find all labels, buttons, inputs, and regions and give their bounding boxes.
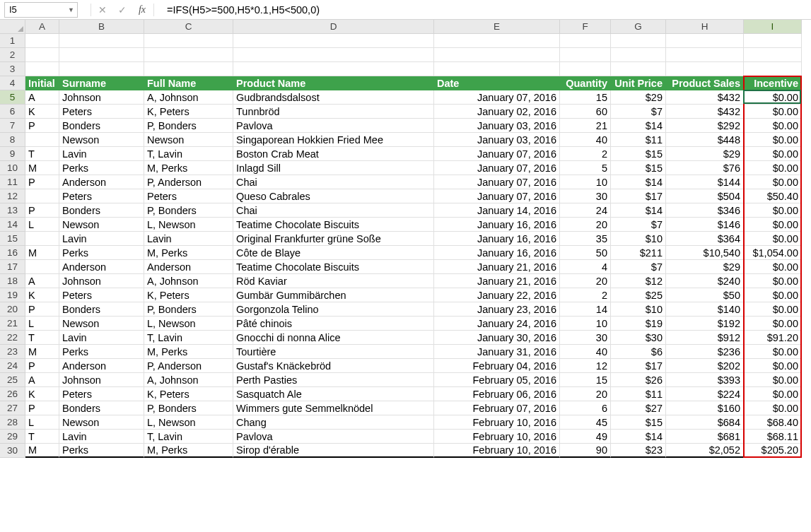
cell-I8[interactable]: $0.00: [744, 133, 802, 147]
cell-F19[interactable]: 2: [560, 288, 611, 302]
cell-E8[interactable]: January 03, 2016: [434, 133, 560, 147]
cell-G13[interactable]: $14: [611, 203, 666, 218]
row-header-5[interactable]: 5: [0, 90, 25, 105]
cell-D5[interactable]: Gudbrandsdalsost: [233, 90, 434, 105]
cell-F11[interactable]: 10: [560, 175, 611, 189]
cell-D29[interactable]: Pavlova: [233, 430, 434, 444]
cell-D15[interactable]: Original Frankfurter grüne Soße: [233, 232, 434, 246]
row-header-17[interactable]: 17: [0, 260, 25, 274]
cell-F28[interactable]: 45: [560, 415, 611, 430]
cell-C2[interactable]: [144, 48, 233, 62]
column-header-F[interactable]: F: [560, 20, 611, 34]
cell-H17[interactable]: $29: [666, 260, 744, 274]
cell-C7[interactable]: P, Bonders: [144, 119, 233, 133]
cell-G24[interactable]: $17: [611, 359, 666, 373]
spreadsheet-grid[interactable]: ABCDEFGHI1234InitialSurnameFull NameProd…: [0, 20, 811, 458]
row-header-7[interactable]: 7: [0, 119, 25, 133]
row-header-15[interactable]: 15: [0, 232, 25, 246]
cell-D14[interactable]: Teatime Chocolate Biscuits: [233, 218, 434, 232]
cell-G25[interactable]: $26: [611, 373, 666, 387]
cell-I12[interactable]: $50.40: [744, 189, 802, 203]
row-header-1[interactable]: 1: [0, 34, 25, 48]
cell-G14[interactable]: $7: [611, 218, 666, 232]
cell-D27[interactable]: Wimmers gute Semmelknödel: [233, 401, 434, 415]
row-header-26[interactable]: 26: [0, 387, 25, 401]
cell-A7[interactable]: P: [25, 119, 59, 133]
cell-B17[interactable]: Anderson: [59, 260, 144, 274]
cell-H14[interactable]: $146: [666, 218, 744, 232]
cell-B21[interactable]: Newson: [59, 317, 144, 331]
cell-H15[interactable]: $364: [666, 232, 744, 246]
cell-E5[interactable]: January 07, 2016: [434, 90, 560, 105]
cell-B13[interactable]: Bonders: [59, 203, 144, 218]
cell-D13[interactable]: Chai: [233, 203, 434, 218]
cell-D11[interactable]: Chai: [233, 175, 434, 189]
cell-B29[interactable]: Lavin: [59, 430, 144, 444]
cell-C22[interactable]: T, Lavin: [144, 331, 233, 345]
cell-H11[interactable]: $144: [666, 175, 744, 189]
cell-A22[interactable]: T: [25, 331, 59, 345]
row-header-10[interactable]: 10: [0, 161, 25, 175]
cell-H19[interactable]: $50: [666, 288, 744, 302]
row-header-12[interactable]: 12: [0, 189, 25, 203]
cell-G3[interactable]: [611, 62, 666, 76]
cell-G10[interactable]: $15: [611, 161, 666, 175]
cell-A17[interactable]: [25, 260, 59, 274]
row-header-9[interactable]: 9: [0, 147, 25, 161]
cell-F7[interactable]: 21: [560, 119, 611, 133]
cell-G22[interactable]: $30: [611, 331, 666, 345]
cell-B27[interactable]: Bonders: [59, 401, 144, 415]
cell-D23[interactable]: Tourtière: [233, 345, 434, 359]
column-header-C[interactable]: C: [144, 20, 233, 34]
cell-B14[interactable]: Newson: [59, 218, 144, 232]
row-header-21[interactable]: 21: [0, 317, 25, 331]
cell-I13[interactable]: $0.00: [744, 203, 802, 218]
cell-B22[interactable]: Lavin: [59, 331, 144, 345]
cell-I18[interactable]: $0.00: [744, 274, 802, 288]
cell-G9[interactable]: $15: [611, 147, 666, 161]
cell-G28[interactable]: $15: [611, 415, 666, 430]
cell-C25[interactable]: A, Johnson: [144, 373, 233, 387]
cell-C1[interactable]: [144, 34, 233, 48]
header-cell-F[interactable]: Quantity: [560, 76, 611, 90]
cell-H5[interactable]: $432: [666, 90, 744, 105]
cell-B15[interactable]: Lavin: [59, 232, 144, 246]
header-cell-D[interactable]: Product Name: [233, 76, 434, 90]
cell-D20[interactable]: Gorgonzola Telino: [233, 302, 434, 317]
cell-I5[interactable]: $0.00: [744, 90, 802, 105]
cell-E17[interactable]: January 21, 2016: [434, 260, 560, 274]
cell-D2[interactable]: [233, 48, 434, 62]
cell-C9[interactable]: T, Lavin: [144, 147, 233, 161]
cell-B25[interactable]: Johnson: [59, 373, 144, 387]
cell-F25[interactable]: 15: [560, 373, 611, 387]
cell-E30[interactable]: February 10, 2016: [434, 444, 560, 458]
cell-E3[interactable]: [434, 62, 560, 76]
row-header-19[interactable]: 19: [0, 288, 25, 302]
cell-B9[interactable]: Lavin: [59, 147, 144, 161]
cell-I11[interactable]: $0.00: [744, 175, 802, 189]
cell-E10[interactable]: January 07, 2016: [434, 161, 560, 175]
cell-C5[interactable]: A, Johnson: [144, 90, 233, 105]
cell-G23[interactable]: $6: [611, 345, 666, 359]
cell-I19[interactable]: $0.00: [744, 288, 802, 302]
cell-A15[interactable]: [25, 232, 59, 246]
cell-F2[interactable]: [560, 48, 611, 62]
cell-C23[interactable]: M, Perks: [144, 345, 233, 359]
cell-C16[interactable]: M, Perks: [144, 246, 233, 260]
row-header-8[interactable]: 8: [0, 133, 25, 147]
row-header-11[interactable]: 11: [0, 175, 25, 189]
header-cell-I[interactable]: Incentive: [744, 76, 802, 90]
row-header-6[interactable]: 6: [0, 105, 25, 119]
cell-G16[interactable]: $211: [611, 246, 666, 260]
cell-H25[interactable]: $393: [666, 373, 744, 387]
cell-A11[interactable]: P: [25, 175, 59, 189]
cell-F13[interactable]: 24: [560, 203, 611, 218]
cell-I23[interactable]: $0.00: [744, 345, 802, 359]
cell-B12[interactable]: Peters: [59, 189, 144, 203]
cell-E23[interactable]: January 31, 2016: [434, 345, 560, 359]
cell-C10[interactable]: M, Perks: [144, 161, 233, 175]
cell-E19[interactable]: January 22, 2016: [434, 288, 560, 302]
cell-G18[interactable]: $12: [611, 274, 666, 288]
cell-A21[interactable]: L: [25, 317, 59, 331]
cell-D25[interactable]: Perth Pasties: [233, 373, 434, 387]
